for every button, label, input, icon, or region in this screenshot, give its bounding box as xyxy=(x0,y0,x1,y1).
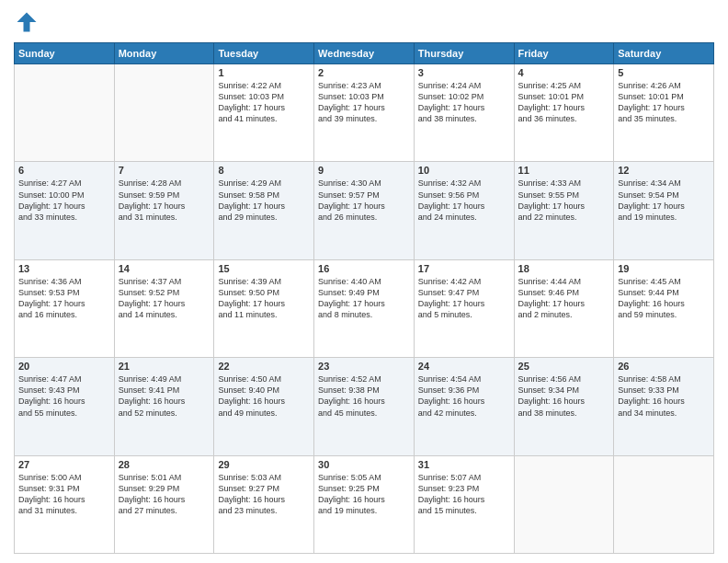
day-info: Sunrise: 5:00 AM Sunset: 9:31 PM Dayligh… xyxy=(18,472,110,517)
calendar-cell xyxy=(114,64,214,162)
day-number: 25 xyxy=(518,361,610,372)
page-header xyxy=(14,9,714,35)
calendar-cell: 6Sunrise: 4:27 AM Sunset: 10:00 PM Dayli… xyxy=(15,162,115,259)
calendar-cell: 11Sunrise: 4:33 AM Sunset: 9:55 PM Dayli… xyxy=(514,162,614,259)
day-number: 20 xyxy=(18,361,110,372)
calendar-cell: 7Sunrise: 4:28 AM Sunset: 9:59 PM Daylig… xyxy=(114,162,214,259)
calendar-cell: 15Sunrise: 4:39 AM Sunset: 9:50 PM Dayli… xyxy=(214,259,314,357)
calendar-cell: 24Sunrise: 4:54 AM Sunset: 9:36 PM Dayli… xyxy=(414,358,514,455)
calendar-cell: 16Sunrise: 4:40 AM Sunset: 9:49 PM Dayli… xyxy=(314,259,415,357)
calendar-week-row: 13Sunrise: 4:36 AM Sunset: 9:53 PM Dayli… xyxy=(15,259,714,357)
day-info: Sunrise: 4:23 AM Sunset: 10:03 PM Daylig… xyxy=(318,80,410,125)
logo xyxy=(14,9,43,35)
day-number: 27 xyxy=(18,459,110,470)
day-number: 18 xyxy=(518,263,610,274)
day-info: Sunrise: 4:56 AM Sunset: 9:34 PM Dayligh… xyxy=(518,373,610,419)
calendar-week-row: 27Sunrise: 5:00 AM Sunset: 9:31 PM Dayli… xyxy=(15,455,714,553)
day-info: Sunrise: 4:40 AM Sunset: 9:49 PM Dayligh… xyxy=(318,276,410,321)
day-number: 2 xyxy=(318,67,410,78)
day-info: Sunrise: 4:39 AM Sunset: 9:50 PM Dayligh… xyxy=(218,276,310,321)
day-header-monday: Monday xyxy=(114,43,214,64)
calendar-cell: 8Sunrise: 4:29 AM Sunset: 9:58 PM Daylig… xyxy=(214,162,314,259)
calendar-body: 1Sunrise: 4:22 AM Sunset: 10:03 PM Dayli… xyxy=(15,64,714,554)
day-info: Sunrise: 4:54 AM Sunset: 9:36 PM Dayligh… xyxy=(418,373,510,419)
days-header-row: SundayMondayTuesdayWednesdayThursdayFrid… xyxy=(15,43,714,64)
calendar-cell: 2Sunrise: 4:23 AM Sunset: 10:03 PM Dayli… xyxy=(314,64,415,162)
calendar-cell xyxy=(514,455,614,553)
day-info: Sunrise: 5:07 AM Sunset: 9:23 PM Dayligh… xyxy=(418,472,510,517)
calendar-cell: 3Sunrise: 4:24 AM Sunset: 10:02 PM Dayli… xyxy=(414,64,514,162)
day-info: Sunrise: 4:25 AM Sunset: 10:01 PM Daylig… xyxy=(518,80,610,125)
day-info: Sunrise: 4:52 AM Sunset: 9:38 PM Dayligh… xyxy=(318,373,410,419)
calendar-cell: 29Sunrise: 5:03 AM Sunset: 9:27 PM Dayli… xyxy=(214,455,314,553)
day-header-thursday: Thursday xyxy=(414,43,514,64)
day-info: Sunrise: 4:47 AM Sunset: 9:43 PM Dayligh… xyxy=(18,373,110,419)
day-info: Sunrise: 4:28 AM Sunset: 9:59 PM Dayligh… xyxy=(119,178,210,223)
day-info: Sunrise: 4:44 AM Sunset: 9:46 PM Dayligh… xyxy=(518,276,610,321)
calendar-cell: 31Sunrise: 5:07 AM Sunset: 9:23 PM Dayli… xyxy=(414,455,514,553)
day-number: 21 xyxy=(119,361,210,372)
day-number: 13 xyxy=(18,263,110,274)
day-number: 7 xyxy=(119,165,210,176)
calendar-cell: 18Sunrise: 4:44 AM Sunset: 9:46 PM Dayli… xyxy=(514,259,614,357)
day-info: Sunrise: 4:50 AM Sunset: 9:40 PM Dayligh… xyxy=(218,373,310,419)
day-number: 5 xyxy=(618,67,710,78)
day-info: Sunrise: 4:29 AM Sunset: 9:58 PM Dayligh… xyxy=(218,178,310,223)
day-number: 26 xyxy=(618,361,710,372)
day-number: 1 xyxy=(218,67,310,78)
day-info: Sunrise: 4:42 AM Sunset: 9:47 PM Dayligh… xyxy=(418,276,510,321)
calendar-week-row: 1Sunrise: 4:22 AM Sunset: 10:03 PM Dayli… xyxy=(15,64,714,162)
day-number: 8 xyxy=(218,165,310,176)
day-number: 14 xyxy=(119,263,210,274)
calendar-header: SundayMondayTuesdayWednesdayThursdayFrid… xyxy=(15,43,714,64)
day-info: Sunrise: 4:49 AM Sunset: 9:41 PM Dayligh… xyxy=(119,373,210,419)
calendar-cell xyxy=(614,455,714,553)
calendar-week-row: 20Sunrise: 4:47 AM Sunset: 9:43 PM Dayli… xyxy=(15,358,714,455)
day-info: Sunrise: 4:58 AM Sunset: 9:33 PM Dayligh… xyxy=(618,373,710,419)
calendar-week-row: 6Sunrise: 4:27 AM Sunset: 10:00 PM Dayli… xyxy=(15,162,714,259)
day-number: 11 xyxy=(518,165,610,176)
calendar-cell: 30Sunrise: 5:05 AM Sunset: 9:25 PM Dayli… xyxy=(314,455,415,553)
calendar-cell: 20Sunrise: 4:47 AM Sunset: 9:43 PM Dayli… xyxy=(15,358,115,455)
day-number: 4 xyxy=(518,67,610,78)
calendar-table: SundayMondayTuesdayWednesdayThursdayFrid… xyxy=(14,42,714,554)
logo-icon xyxy=(14,9,40,35)
day-number: 3 xyxy=(418,67,510,78)
calendar-cell: 21Sunrise: 4:49 AM Sunset: 9:41 PM Dayli… xyxy=(114,358,214,455)
day-number: 10 xyxy=(418,165,510,176)
day-info: Sunrise: 4:22 AM Sunset: 10:03 PM Daylig… xyxy=(218,80,310,125)
day-header-wednesday: Wednesday xyxy=(314,43,415,64)
calendar-cell: 10Sunrise: 4:32 AM Sunset: 9:56 PM Dayli… xyxy=(414,162,514,259)
day-number: 17 xyxy=(418,263,510,274)
day-info: Sunrise: 4:26 AM Sunset: 10:01 PM Daylig… xyxy=(618,80,710,125)
day-info: Sunrise: 4:24 AM Sunset: 10:02 PM Daylig… xyxy=(418,80,510,125)
day-number: 29 xyxy=(218,459,310,470)
day-number: 19 xyxy=(618,263,710,274)
calendar-cell: 13Sunrise: 4:36 AM Sunset: 9:53 PM Dayli… xyxy=(15,259,115,357)
day-info: Sunrise: 4:30 AM Sunset: 9:57 PM Dayligh… xyxy=(318,178,410,223)
svg-marker-0 xyxy=(17,13,37,32)
day-header-saturday: Saturday xyxy=(614,43,714,64)
day-info: Sunrise: 4:37 AM Sunset: 9:52 PM Dayligh… xyxy=(119,276,210,321)
calendar-cell: 23Sunrise: 4:52 AM Sunset: 9:38 PM Dayli… xyxy=(314,358,415,455)
day-header-friday: Friday xyxy=(514,43,614,64)
day-info: Sunrise: 4:45 AM Sunset: 9:44 PM Dayligh… xyxy=(618,276,710,321)
day-info: Sunrise: 4:34 AM Sunset: 9:54 PM Dayligh… xyxy=(618,178,710,223)
day-number: 22 xyxy=(218,361,310,372)
day-info: Sunrise: 4:32 AM Sunset: 9:56 PM Dayligh… xyxy=(418,178,510,223)
day-info: Sunrise: 5:05 AM Sunset: 9:25 PM Dayligh… xyxy=(318,472,410,517)
calendar-cell: 14Sunrise: 4:37 AM Sunset: 9:52 PM Dayli… xyxy=(114,259,214,357)
day-info: Sunrise: 4:33 AM Sunset: 9:55 PM Dayligh… xyxy=(518,178,610,223)
calendar-cell: 17Sunrise: 4:42 AM Sunset: 9:47 PM Dayli… xyxy=(414,259,514,357)
day-number: 23 xyxy=(318,361,410,372)
day-info: Sunrise: 4:36 AM Sunset: 9:53 PM Dayligh… xyxy=(18,276,110,321)
calendar-cell: 19Sunrise: 4:45 AM Sunset: 9:44 PM Dayli… xyxy=(614,259,714,357)
calendar-cell: 25Sunrise: 4:56 AM Sunset: 9:34 PM Dayli… xyxy=(514,358,614,455)
calendar-cell: 26Sunrise: 4:58 AM Sunset: 9:33 PM Dayli… xyxy=(614,358,714,455)
day-number: 16 xyxy=(318,263,410,274)
day-number: 9 xyxy=(318,165,410,176)
calendar-cell: 5Sunrise: 4:26 AM Sunset: 10:01 PM Dayli… xyxy=(614,64,714,162)
calendar-cell xyxy=(15,64,115,162)
calendar-cell: 1Sunrise: 4:22 AM Sunset: 10:03 PM Dayli… xyxy=(214,64,314,162)
calendar-cell: 9Sunrise: 4:30 AM Sunset: 9:57 PM Daylig… xyxy=(314,162,415,259)
